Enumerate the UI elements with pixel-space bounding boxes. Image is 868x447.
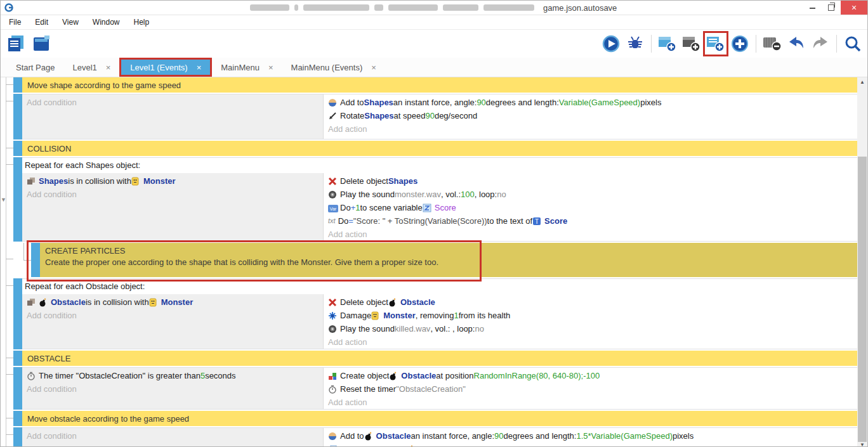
text-segment: Reset the timer bbox=[340, 382, 396, 396]
add-external-events-icon[interactable] bbox=[681, 33, 702, 55]
add-events-sheet-icon[interactable] bbox=[705, 33, 727, 55]
comment-text[interactable]: COLLISION bbox=[22, 141, 858, 156]
scroll-up-icon[interactable]: ▲ bbox=[857, 77, 867, 87]
event-row[interactable]: Repeat for each Shapes object:Shapes is … bbox=[1, 157, 858, 242]
menu-view[interactable]: View bbox=[55, 15, 86, 29]
tab-level1[interactable]: Level1× bbox=[63, 58, 119, 77]
tab-close-icon[interactable]: × bbox=[197, 63, 202, 72]
gutter bbox=[1, 141, 13, 156]
zorder-icon bbox=[328, 444, 338, 447]
add-condition-button[interactable]: Add condition bbox=[22, 429, 323, 443]
obstacle-icon bbox=[364, 431, 374, 441]
tab-start-page[interactable]: Start Page bbox=[7, 58, 63, 77]
comment-row[interactable]: CREATE PARTICLESCreate the proper one ac… bbox=[1, 243, 858, 277]
add-object-icon[interactable] bbox=[729, 33, 751, 55]
text-segment: degrees and length: bbox=[486, 96, 559, 109]
add-action-button[interactable]: Add action bbox=[324, 228, 858, 241]
scroll-thumb[interactable] bbox=[858, 157, 867, 442]
event-handle[interactable] bbox=[13, 278, 22, 349]
create-icon bbox=[328, 371, 338, 380]
search-icon[interactable] bbox=[842, 33, 864, 55]
sound-icon bbox=[328, 190, 338, 199]
comment-row[interactable]: Move obstacle according to the game spee… bbox=[1, 411, 858, 426]
text-segment: Do bbox=[340, 201, 351, 214]
project-manager-icon[interactable] bbox=[6, 33, 27, 55]
remove-media-icon[interactable] bbox=[761, 33, 783, 55]
add-action-button[interactable]: Add action bbox=[324, 122, 858, 136]
comment-text[interactable]: Move obstacle according to the game spee… bbox=[22, 411, 858, 426]
close-button[interactable]: × bbox=[841, 1, 867, 15]
text-segment: = bbox=[351, 443, 356, 447]
comment-text[interactable]: OBSTACLE bbox=[22, 351, 858, 366]
gutter bbox=[1, 367, 13, 410]
scene-editor-icon[interactable] bbox=[31, 33, 53, 55]
event-handle[interactable] bbox=[13, 157, 22, 242]
event-handle[interactable] bbox=[13, 77, 22, 93]
add-scene-icon[interactable] bbox=[657, 33, 678, 55]
text-segment: Score bbox=[435, 201, 456, 214]
comment-row[interactable]: Move shape according to the game speed bbox=[1, 77, 858, 93]
comment-text[interactable]: Move shape according to the game speed bbox=[22, 77, 858, 93]
add-action-button[interactable]: Add action bbox=[324, 335, 858, 349]
menu-edit[interactable]: Edit bbox=[28, 15, 55, 29]
text-segment: "ObstacleCreation" bbox=[396, 382, 466, 396]
add-condition-button[interactable]: Add condition bbox=[22, 188, 323, 201]
text-segment: 5 bbox=[201, 369, 205, 382]
event-body: The timer "ObstacleCreation" is greater … bbox=[22, 368, 858, 409]
tab-mainmenu-events[interactable]: MainMenu (Events)× bbox=[282, 58, 385, 77]
comment-row[interactable]: COLLISION bbox=[1, 141, 858, 156]
title-redacted bbox=[388, 4, 438, 11]
add-condition-button[interactable]: Add condition bbox=[22, 382, 323, 396]
obstacle-icon bbox=[389, 371, 398, 380]
event-row[interactable]: Repeat for each Obstacle object:Obstacle… bbox=[1, 278, 858, 349]
title-redacted bbox=[294, 4, 298, 11]
actions-cell: Add to Shapes an instant force, angle: 9… bbox=[324, 94, 858, 139]
toolbar-left bbox=[1, 33, 53, 55]
comment-row[interactable]: OBSTACLE bbox=[1, 351, 858, 366]
title-redacted bbox=[374, 4, 383, 11]
event-handle[interactable] bbox=[13, 94, 22, 139]
tab-close-icon[interactable]: × bbox=[106, 63, 111, 72]
tab-level1-events[interactable]: Level1 (Events)× bbox=[119, 58, 212, 77]
undo-icon[interactable] bbox=[786, 33, 807, 55]
event-handle[interactable] bbox=[31, 243, 40, 277]
add-action-button[interactable]: Add action bbox=[324, 396, 858, 409]
text-segment: Add to bbox=[340, 429, 364, 443]
redo-icon[interactable] bbox=[810, 33, 831, 55]
tab-close-icon[interactable]: × bbox=[268, 63, 273, 72]
event-row[interactable]: Add conditionAdd to Shapes an instant fo… bbox=[1, 94, 858, 139]
comment-text[interactable]: CREATE PARTICLESCreate the proper one ac… bbox=[40, 243, 858, 277]
scroll-down-icon[interactable]: ▼ bbox=[857, 440, 867, 447]
text-segment: deg/second bbox=[435, 109, 477, 122]
debug-icon[interactable] bbox=[624, 33, 646, 55]
menu-window[interactable]: Window bbox=[86, 15, 127, 29]
conditions-cell: Shapes is in collision with MonsterAdd c… bbox=[22, 173, 324, 241]
tab-label: MainMenu (Events) bbox=[291, 63, 363, 72]
menu-help[interactable]: Help bbox=[127, 15, 157, 29]
sound-icon bbox=[328, 324, 338, 334]
toolbar-separator bbox=[756, 35, 756, 53]
event-row[interactable]: Add conditionAdd to Obstacle an instant … bbox=[1, 427, 858, 447]
add-condition-button[interactable]: Add condition bbox=[22, 96, 323, 109]
tab-close-icon[interactable]: × bbox=[371, 63, 376, 72]
scrollbar[interactable]: ▲ ▼ bbox=[857, 77, 867, 447]
comment-title: OBSTACLE bbox=[27, 353, 853, 365]
menu-file[interactable]: File bbox=[2, 15, 28, 29]
events-sheet: Move shape according to the game speedAd… bbox=[1, 77, 867, 447]
tab-mainmenu[interactable]: MainMenu× bbox=[212, 58, 282, 77]
play-icon[interactable] bbox=[600, 33, 622, 55]
text-segment: 90 bbox=[494, 429, 503, 443]
event-row[interactable]: The timer "ObstacleCreation" is greater … bbox=[1, 367, 858, 410]
action-line: txtDo = "Score: " + ToString(Variable(Sc… bbox=[324, 214, 858, 228]
fold-arrow-icon[interactable]: ▼ bbox=[1, 197, 6, 203]
event-handle[interactable] bbox=[13, 427, 22, 447]
scenevar-icon bbox=[423, 203, 432, 212]
event-handle[interactable] bbox=[13, 351, 22, 366]
comment-description: Create the proper one according to the s… bbox=[45, 257, 853, 268]
event-handle[interactable] bbox=[13, 367, 22, 410]
minimize-button[interactable] bbox=[803, 1, 822, 15]
add-condition-button[interactable]: Add condition bbox=[22, 309, 323, 322]
event-handle[interactable] bbox=[13, 141, 22, 156]
restore-button[interactable] bbox=[822, 1, 841, 15]
event-handle[interactable] bbox=[13, 411, 22, 426]
